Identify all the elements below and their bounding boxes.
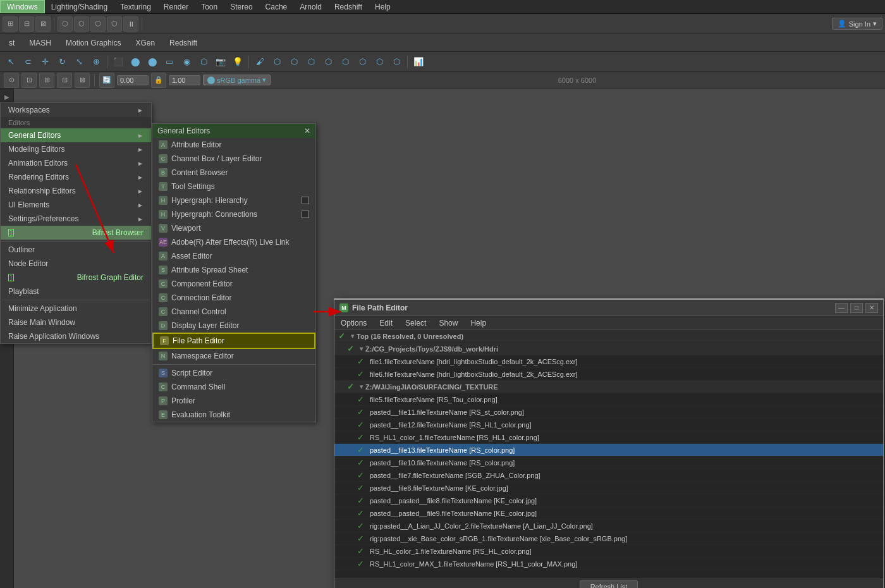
fpe-menu-show[interactable]: Show xyxy=(436,318,460,328)
submenu-connection-editor[interactable]: C Connection Editor xyxy=(152,291,315,305)
tab-st[interactable]: st xyxy=(3,37,21,49)
sculpt-icon[interactable]: ⬡ xyxy=(269,54,285,70)
snap4-btn[interactable]: ⊟ xyxy=(57,73,72,88)
fpe-row-rshl1[interactable]: ✓ RS_HL1_color_1.fileTextureName [RS_HL1… xyxy=(334,431,883,444)
fpe-row-file7[interactable]: ✓ pasted__file7.fileTextureName [SGB_ZHU… xyxy=(334,469,883,482)
nurbs-cube-icon[interactable]: ⬡ xyxy=(195,54,212,70)
sign-in-button[interactable]: 👤 Sign In ▾ xyxy=(832,18,882,30)
gamma-button[interactable]: sRGB gamma ▾ xyxy=(203,75,271,85)
hypergraph-connections-checkbox[interactable] xyxy=(302,211,309,218)
snap3-btn[interactable]: ⊞ xyxy=(39,73,54,88)
light-icon[interactable]: 💡 xyxy=(229,54,246,70)
tab-redshift[interactable]: Redshift xyxy=(163,37,204,49)
fpe-row-pasted-file9[interactable]: ✓ pasted__pasted__file9.fileTextureName … xyxy=(334,507,883,520)
menu-cache[interactable]: Cache xyxy=(259,0,294,13)
render2-icon[interactable]: ⬡ xyxy=(371,54,388,70)
fpe-row-file11[interactable]: ✓ pasted__file11.fileTextureName [RS_st_… xyxy=(334,406,883,419)
windows-item-minimize[interactable]: Minimize Application xyxy=(1,302,151,315)
uv-icon[interactable]: ⬡ xyxy=(303,54,319,70)
toolbar-btn-8[interactable]: ⏸ xyxy=(123,16,138,32)
windows-item-general-editors[interactable]: General Editors ► xyxy=(1,128,151,142)
rotate-icon[interactable]: ↻ xyxy=(54,54,70,70)
move-icon[interactable]: ✛ xyxy=(37,54,53,70)
submenu-close-icon[interactable]: ✕ xyxy=(304,126,310,135)
fpe-row-file8[interactable]: ✓ pasted__file8.fileTextureName [KE_colo… xyxy=(334,482,883,494)
fpe-maximize-btn[interactable]: □ xyxy=(850,303,863,313)
fpe-row-rig-alian[interactable]: ✓ rig:pasted__A_Lian_JJ_Color_2.fileText… xyxy=(334,520,883,532)
tab-mash[interactable]: MASH xyxy=(23,37,58,49)
windows-item-bifrost-browser[interactable]: ] Bifrost Browser xyxy=(1,226,151,240)
fpe-menu-edit[interactable]: Edit xyxy=(377,318,395,328)
fpe-row-texture-group[interactable]: ✓ ▾ Z:/WJ/JingJIAO/SURFACING/_TEXTURE xyxy=(334,381,883,393)
windows-item-playblast[interactable]: Playblast xyxy=(1,285,151,298)
windows-item-bifrost-graph[interactable]: ] Bifrost Graph Editor xyxy=(1,271,151,285)
toolbar-btn-3[interactable]: ⊠ xyxy=(35,16,51,32)
rig-icon[interactable]: ⬡ xyxy=(337,54,353,70)
camera-icon[interactable]: 📷 xyxy=(212,54,229,70)
submenu-script-editor[interactable]: S Script Editor xyxy=(152,366,315,380)
submenu-hypergraph-connections[interactable]: H Hypergraph: Connections xyxy=(152,207,315,221)
snap-btn[interactable]: ⊙ xyxy=(4,73,19,88)
windows-item-relationship-editors[interactable]: Relationship Editors ► xyxy=(1,184,151,198)
tab-motion-graphics[interactable]: Motion Graphics xyxy=(59,37,127,49)
fpe-menu-select[interactable]: Select xyxy=(403,318,429,328)
submenu-namespace-editor[interactable]: N Namespace Editor xyxy=(152,349,315,363)
scale-icon[interactable]: ⤡ xyxy=(71,54,87,70)
menu-redshift[interactable]: Redshift xyxy=(328,0,369,13)
submenu-after-effects[interactable]: AE Adobe(R) After Effects(R) Live Link xyxy=(152,235,315,249)
windows-item-rendering-editors[interactable]: Rendering Editors ► xyxy=(1,170,151,184)
menu-toon[interactable]: Toon xyxy=(195,0,224,13)
fpe-refresh-btn[interactable]: Refresh List xyxy=(580,580,638,588)
submenu-file-path-editor[interactable]: F File Path Editor xyxy=(152,333,315,349)
submenu-asset-editor[interactable]: A Asset Editor xyxy=(152,249,315,263)
fpe-row-pasted-file8[interactable]: ✓ pasted__pasted__file8.fileTextureName … xyxy=(334,494,883,507)
fpe-row-file10[interactable]: ✓ pasted__file10.fileTextureName [RS_col… xyxy=(334,456,883,469)
show-manip-icon[interactable]: ⊕ xyxy=(88,54,104,70)
translate-x-input[interactable] xyxy=(117,75,149,85)
fpe-row-hdri-group[interactable]: ✓ ▾ Z:/CG_Projects/Toys/ZJS9/db_work/Hdr… xyxy=(334,343,883,355)
toolbar-btn-4[interactable]: ⬡ xyxy=(58,16,73,32)
submenu-hypergraph-hierarchy[interactable]: H Hypergraph: Hierarchy xyxy=(152,193,315,207)
windows-item-raise-main[interactable]: Raise Main Window xyxy=(1,315,151,329)
poly-cube-icon[interactable]: ⬛ xyxy=(110,54,126,70)
menu-help[interactable]: Help xyxy=(369,0,397,13)
transform-lock-btn[interactable]: 🔒 xyxy=(151,73,166,88)
submenu-channel-box[interactable]: C Channel Box / Layer Editor xyxy=(152,152,315,166)
menu-texturing[interactable]: Texturing xyxy=(114,0,157,13)
hypergraph-hierarchy-checkbox[interactable] xyxy=(302,197,309,204)
windows-item-workspaces[interactable]: Workspaces ► xyxy=(1,103,151,117)
windows-item-modeling-editors[interactable]: Modeling Editors ► xyxy=(1,142,151,156)
menu-windows[interactable]: Windows xyxy=(0,0,45,13)
windows-item-animation-editors[interactable]: Animation Editors ► xyxy=(1,156,151,170)
windows-item-outliner[interactable]: Outliner xyxy=(1,243,151,257)
translate-y-input[interactable] xyxy=(169,75,200,85)
poly-cylinder-icon[interactable]: ⬤ xyxy=(144,54,161,70)
fpe-content-area[interactable]: ✓ ▾ Top (16 Resolved, 0 Unresolved) ✓ ▾ … xyxy=(334,330,883,579)
snap2-btn[interactable]: ⊡ xyxy=(21,73,37,88)
fpe-row-rshl-color[interactable]: ✓ RS_HL_color_1.fileTextureName [RS_HL_c… xyxy=(334,545,883,558)
submenu-tool-settings[interactable]: T Tool Settings xyxy=(152,180,315,193)
fpe-row-rshl1-max[interactable]: ✓ RS_HL1_color_MAX_1.fileTextureName [RS… xyxy=(334,558,883,570)
submenu-content-browser[interactable]: B Content Browser xyxy=(152,166,315,180)
windows-item-ui-elements[interactable]: UI Elements ► xyxy=(1,198,151,212)
fpe-row-file6[interactable]: ✓ file6.fileTextureName [hdri_lightboxSt… xyxy=(334,368,883,381)
menu-arnold[interactable]: Arnold xyxy=(293,0,328,13)
menu-render[interactable]: Render xyxy=(157,0,195,13)
submenu-channel-control[interactable]: C Channel Control xyxy=(152,305,315,319)
fpe-row-rig-xie[interactable]: ✓ rig:pasted__xie_Base_color_sRGB_1.file… xyxy=(334,532,883,545)
nurbs-sphere-icon[interactable]: ◉ xyxy=(178,54,195,70)
fpe-menu-options[interactable]: Options xyxy=(338,318,369,328)
anim-icon[interactable]: ⬡ xyxy=(354,54,370,70)
windows-item-settings[interactable]: Settings/Preferences ► xyxy=(1,212,151,226)
fpe-menu-help[interactable]: Help xyxy=(468,318,489,328)
mesh-icon[interactable]: ⬡ xyxy=(286,54,302,70)
paint-icon[interactable]: 🖌 xyxy=(252,54,268,70)
sidebar-icon-1[interactable]: ▶ xyxy=(1,91,13,102)
snap5-btn[interactable]: ⊠ xyxy=(75,73,90,88)
tab-xgen[interactable]: XGen xyxy=(129,37,161,49)
windows-item-node-editor[interactable]: Node Editor xyxy=(1,257,151,271)
submenu-profiler[interactable]: P Profiler xyxy=(152,394,315,408)
submenu-component-editor[interactable]: C Component Editor xyxy=(152,277,315,291)
menu-lighting-shading[interactable]: Lighting/Shading xyxy=(45,0,114,13)
fpe-row-file5[interactable]: ✓ file5.fileTextureName [RS_Tou_color.pn… xyxy=(334,393,883,406)
